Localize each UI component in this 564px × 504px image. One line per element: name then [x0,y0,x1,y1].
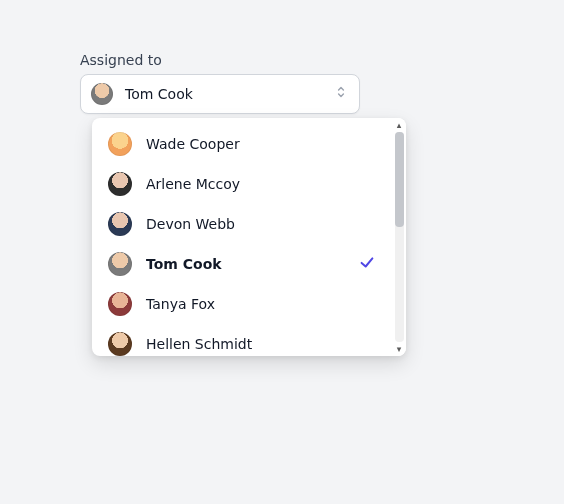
assignee-option[interactable]: Tanya Fox [92,284,392,324]
assignee-dropdown-panel: Wade CooperArlene MccoyDevon WebbTom Coo… [92,118,406,356]
assignee-option[interactable]: Devon Webb [92,204,392,244]
selected-name: Tom Cook [125,86,193,102]
assignee-option[interactable]: Tom Cook [92,244,392,284]
option-name: Wade Cooper [146,136,240,152]
option-avatar [108,292,132,316]
assignee-select-trigger[interactable]: Tom Cook [80,74,360,114]
scroll-up-arrow-icon[interactable]: ▴ [392,120,406,130]
check-icon [358,253,376,275]
chevron-up-down-icon [333,84,349,104]
option-name: Arlene Mccoy [146,176,240,192]
option-avatar [108,172,132,196]
field-label: Assigned to [80,52,360,68]
assignee-option[interactable]: Arlene Mccoy [92,164,392,204]
scroll-thumb[interactable] [395,132,404,227]
option-avatar [108,252,132,276]
option-avatar [108,332,132,356]
assignee-option[interactable]: Wade Cooper [92,124,392,164]
option-name: Tom Cook [146,256,222,272]
option-avatar [108,132,132,156]
selected-avatar [91,83,113,105]
assignee-option[interactable]: Hellen Schmidt [92,324,392,356]
scroll-down-arrow-icon[interactable]: ▾ [392,344,406,354]
option-avatar [108,212,132,236]
assignee-option-list: Wade CooperArlene MccoyDevon WebbTom Coo… [92,118,392,356]
option-name: Devon Webb [146,216,235,232]
option-name: Hellen Schmidt [146,336,252,352]
option-name: Tanya Fox [146,296,215,312]
scrollbar[interactable]: ▴ ▾ [392,118,406,356]
